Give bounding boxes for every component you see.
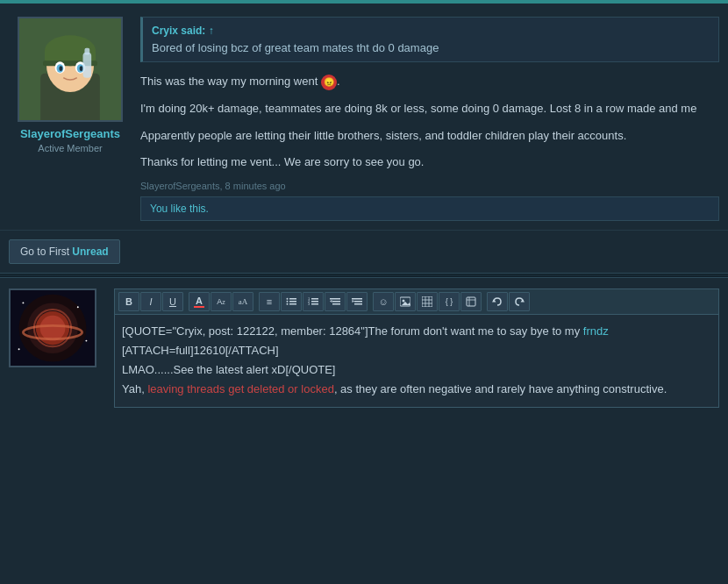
- toolbar-special1-button[interactable]: [460, 292, 482, 311]
- svg-point-11: [59, 66, 62, 71]
- toolbar-font-size-button[interactable]: Az: [211, 292, 232, 311]
- emoji-angry: 😠: [321, 75, 337, 90]
- svg-rect-32: [311, 298, 318, 300]
- svg-rect-14: [84, 48, 89, 55]
- editor-toolbar: B I U A Az aA ≡ 123: [115, 289, 718, 315]
- toolbar-align-left-button[interactable]: ≡: [259, 292, 280, 311]
- go-to-first-unread-button[interactable]: Go to First Unread: [9, 239, 120, 264]
- avatar-image: [19, 18, 121, 120]
- svg-marker-58: [521, 299, 525, 303]
- svg-rect-33: [311, 301, 318, 303]
- svg-rect-54: [467, 297, 475, 306]
- toolbar-underline-button[interactable]: U: [162, 292, 183, 311]
- like-text: You like this.: [150, 203, 209, 215]
- reply-avatar: [9, 288, 96, 367]
- svg-point-23: [77, 306, 79, 308]
- svg-point-19: [40, 316, 66, 341]
- svg-rect-42: [352, 298, 362, 300]
- editor-line-4: Yah, leaving threads get deleted or lock…: [122, 380, 711, 399]
- quote-author: Cryix said: ↑: [152, 25, 710, 37]
- editor-content-area[interactable]: [QUOTE="Cryix, post: 122122, member: 128…: [115, 315, 718, 406]
- editor-line-3: LMAO......See the latest alert xD[/QUOTE…: [122, 360, 711, 380]
- avatar: [18, 17, 123, 122]
- svg-rect-44: [354, 303, 362, 305]
- toolbar-font-style-button[interactable]: aA: [232, 292, 253, 311]
- svg-marker-45: [353, 300, 355, 303]
- svg-point-31: [287, 303, 289, 305]
- action-bar: Go to First Unread: [0, 231, 728, 273]
- svg-rect-40: [332, 303, 340, 305]
- post-content: Cryix said: ↑ Bored of losing bcz of gre…: [132, 17, 719, 221]
- svg-rect-38: [330, 298, 340, 300]
- quote-text: Bored of losing bcz of great team mates …: [152, 41, 710, 54]
- svg-rect-39: [332, 301, 340, 303]
- editor-line-2: [ATTACH=full]12610[/ATTACH]: [122, 341, 711, 360]
- toolbar-undo-button[interactable]: [487, 292, 508, 311]
- post-paragraph-3: Apparently people are letting their litt…: [140, 127, 719, 146]
- editor-line-1: [QUOTE="Cryix, post: 122122, member: 128…: [122, 322, 711, 341]
- svg-marker-48: [402, 302, 410, 305]
- toolbar-italic-button[interactable]: I: [140, 292, 161, 311]
- svg-point-12: [80, 66, 83, 71]
- svg-point-24: [85, 340, 87, 342]
- quote-author-name: Cryix said: ↑: [152, 25, 214, 37]
- toolbar-indent-in-button[interactable]: [325, 292, 346, 311]
- toolbar-emoji-button[interactable]: ☺: [373, 292, 394, 311]
- svg-marker-57: [492, 299, 496, 303]
- unread-label: Unread: [72, 246, 108, 258]
- post-container: SlayerofSergeants Active Member Cryix sa…: [0, 4, 728, 231]
- svg-marker-41: [330, 300, 332, 303]
- svg-point-25: [18, 348, 20, 350]
- toolbar-code-button[interactable]: { }: [439, 292, 460, 311]
- toolbar-indent-out-button[interactable]: [346, 292, 368, 311]
- post-paragraph-1: This was the way my morning went 😠.: [140, 73, 719, 91]
- svg-point-47: [403, 300, 405, 303]
- toolbar-media-button[interactable]: [395, 292, 416, 311]
- svg-point-29: [287, 298, 289, 300]
- reply-user-avatar-wrapper: [9, 288, 114, 407]
- toolbar-redo-button[interactable]: [509, 292, 530, 311]
- svg-rect-28: [289, 303, 296, 305]
- svg-rect-26: [289, 298, 296, 300]
- toolbar-bullet-list-button[interactable]: [281, 292, 302, 311]
- reply-editor[interactable]: B I U A Az aA ≡ 123: [114, 288, 719, 407]
- svg-rect-13: [83, 53, 92, 78]
- post-paragraph-4: Thanks for letting me vent... We are sor…: [140, 153, 719, 172]
- toolbar-bold-button[interactable]: B: [118, 292, 139, 311]
- toolbar-num-list-button[interactable]: 123: [303, 292, 324, 311]
- svg-point-22: [22, 303, 24, 304]
- svg-rect-49: [422, 296, 432, 307]
- reply-avatar-image: [11, 290, 95, 366]
- svg-text:3: 3: [308, 302, 310, 306]
- toolbar-color-button[interactable]: A: [189, 292, 210, 311]
- username: SlayerofSergeants: [20, 127, 120, 140]
- svg-rect-27: [289, 301, 296, 303]
- post-meta: SlayerofSergeants, 8 minutes ago: [140, 181, 719, 191]
- reply-editor-section: B I U A Az aA ≡ 123: [0, 278, 728, 416]
- user-sidebar: SlayerofSergeants Active Member: [9, 17, 132, 221]
- editor-red-text: leaving threads get deleted or locked: [147, 382, 333, 395]
- quote-box: Cryix said: ↑ Bored of losing bcz of gre…: [140, 17, 719, 62]
- toolbar-table-button[interactable]: [417, 292, 438, 311]
- post-paragraph-2: I'm doing 20k+ damage, teammates are doi…: [140, 100, 719, 118]
- svg-rect-43: [354, 301, 362, 303]
- editor-mention: frndz: [583, 324, 609, 338]
- like-bar: You like this.: [140, 196, 719, 221]
- user-role: Active Member: [38, 143, 102, 153]
- svg-point-30: [287, 301, 289, 303]
- svg-rect-34: [311, 303, 318, 305]
